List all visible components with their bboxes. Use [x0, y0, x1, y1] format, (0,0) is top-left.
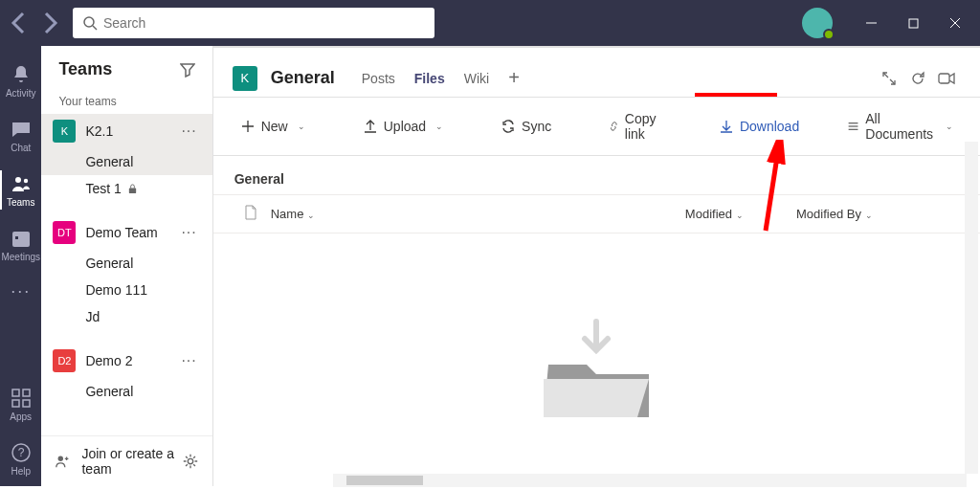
rail-apps[interactable]: Apps [0, 377, 41, 432]
column-header-row: Name⌄ Modified⌄ Modified By⌄ [213, 194, 980, 233]
settings-icon[interactable] [182, 453, 199, 470]
rail-teams[interactable]: Teams [0, 163, 41, 217]
horizontal-scrollbar[interactable] [333, 474, 967, 487]
team-more-icon[interactable]: ··· [177, 224, 200, 241]
search-icon [82, 15, 98, 31]
search-input[interactable] [103, 15, 425, 31]
apps-icon [10, 387, 33, 410]
sync-icon [501, 119, 516, 134]
upload-button[interactable]: Upload⌄ [353, 115, 453, 138]
expand-icon[interactable] [875, 64, 903, 93]
tab-wiki[interactable]: Wiki [455, 59, 499, 98]
section-label: Your teams [41, 89, 212, 114]
rail-more[interactable]: ··· [0, 272, 41, 311]
teams-icon [10, 172, 33, 195]
file-type-icon[interactable] [244, 205, 257, 220]
team-badge: K [53, 120, 76, 143]
svg-rect-8 [12, 389, 19, 396]
svg-line-1 [93, 26, 97, 30]
rail-chat[interactable]: Chat [0, 108, 41, 163]
team-more-icon[interactable]: ··· [177, 122, 200, 140]
svg-rect-10 [12, 400, 19, 407]
svg-point-16 [188, 458, 192, 463]
col-name[interactable]: Name⌄ [267, 207, 624, 221]
new-button[interactable]: New⌄ [231, 115, 315, 138]
window-close[interactable] [934, 8, 976, 38]
team-row[interactable]: DT Demo Team ··· [41, 215, 212, 250]
team-more-icon[interactable]: ··· [177, 352, 200, 369]
download-icon [719, 119, 734, 134]
doclib-title: General [213, 156, 980, 194]
channel-badge: K [233, 66, 257, 91]
copy-link-button[interactable]: Copy link [599, 107, 671, 145]
channel-row[interactable]: Test 1 [41, 175, 212, 202]
rail-activity[interactable]: Activity [0, 54, 41, 108]
tab-files[interactable]: Files [405, 59, 455, 98]
sync-button[interactable]: Sync [491, 115, 561, 138]
svg-point-15 [58, 456, 63, 461]
download-button[interactable]: Download [709, 115, 809, 138]
link-icon [609, 119, 619, 134]
list-icon [847, 119, 859, 134]
avatar[interactable] [802, 8, 833, 38]
join-create-link[interactable]: Join or create a team [81, 446, 181, 477]
bell-icon [10, 63, 33, 86]
channel-row[interactable]: Jd [41, 303, 212, 330]
vertical-scrollbar[interactable] [965, 142, 978, 474]
annotation-underline [695, 93, 777, 97]
col-modified[interactable]: Modified⌄ [624, 207, 796, 221]
lock-icon [127, 184, 138, 194]
svg-point-0 [84, 17, 94, 27]
svg-rect-11 [23, 400, 30, 407]
svg-rect-7 [15, 236, 18, 239]
svg-text:?: ? [17, 446, 24, 459]
presence-icon [823, 29, 835, 40]
channel-row[interactable]: General [41, 250, 212, 277]
tab-posts[interactable]: Posts [352, 59, 405, 98]
refresh-icon[interactable] [903, 64, 932, 93]
window-maximize[interactable] [892, 8, 934, 38]
svg-point-4 [15, 177, 21, 183]
col-modifiedby[interactable]: Modified By⌄ [796, 207, 959, 221]
forward-button[interactable] [34, 8, 65, 38]
people-plus-icon [55, 453, 72, 470]
add-tab-button[interactable]: + [499, 67, 529, 89]
upload-icon [363, 119, 378, 134]
channel-row[interactable]: General [41, 378, 212, 405]
team-row[interactable]: D2 Demo 2 ··· [41, 344, 212, 378]
window-minimize[interactable] [850, 8, 892, 38]
channel-row[interactable]: Demo 111 [41, 277, 212, 303]
svg-rect-6 [12, 232, 30, 247]
svg-rect-3 [909, 19, 918, 28]
svg-point-5 [24, 179, 28, 183]
rail-help[interactable]: ? Help [0, 432, 41, 486]
svg-rect-17 [939, 74, 949, 83]
team-row[interactable]: K K2.1 ··· [41, 114, 212, 148]
search-box[interactable] [73, 8, 434, 38]
channel-row[interactable]: General [41, 148, 212, 175]
all-documents-button[interactable]: All Documents⌄ [837, 107, 963, 145]
help-icon: ? [10, 441, 33, 464]
back-button[interactable] [4, 8, 34, 38]
svg-rect-9 [23, 389, 30, 396]
team-badge: DT [53, 221, 76, 244]
rail-meetings[interactable]: Meetings [0, 217, 41, 272]
calendar-icon [10, 227, 33, 250]
svg-rect-14 [129, 188, 136, 193]
chat-icon [10, 118, 33, 141]
filter-icon[interactable] [180, 62, 195, 78]
team-badge: D2 [53, 349, 76, 372]
plus-icon [240, 119, 256, 134]
empty-folder-icon [520, 312, 673, 427]
meet-icon[interactable] [932, 64, 961, 93]
channel-title: General [271, 68, 335, 88]
sidebar-title: Teams [58, 59, 112, 79]
